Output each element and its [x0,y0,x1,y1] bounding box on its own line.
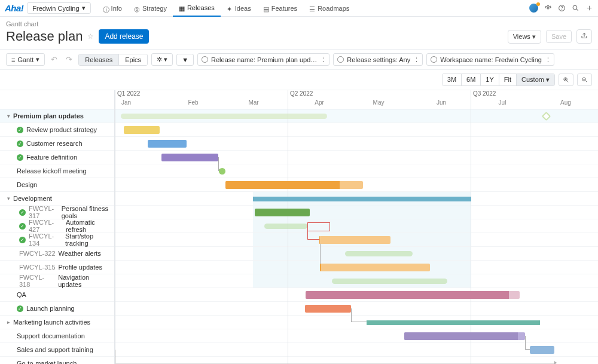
gantt-bar[interactable] [306,291,520,299]
task-item[interactable]: Sales and support training [0,343,114,357]
gantt-bar[interactable] [124,126,160,134]
gantt-group-bar[interactable] [367,320,540,325]
settings-dropdown[interactable]: ✲ ▾ [151,53,173,66]
avatar[interactable] [529,4,538,13]
task-item[interactable]: FWCYL-315Profile updates [0,261,114,274]
zoom-custom[interactable]: Custom ▾ [517,74,554,85]
check-icon: ✓ [19,209,26,216]
chevron-icon[interactable]: ▾ [7,195,10,201]
vdots-icon: ⋮ [413,56,419,63]
level-epics[interactable]: Epics [119,54,147,65]
level-releases[interactable]: Releases [79,54,119,65]
gantt-bar[interactable] [264,224,307,229]
gantt-bar[interactable] [345,251,413,256]
task-name: Customer research [26,140,83,147]
task-name: Premium plan updates [13,112,84,120]
share-button[interactable] [576,29,592,44]
gear-icon[interactable] [544,4,552,12]
gantt-bar[interactable] [332,279,447,284]
task-item[interactable]: FWCYL-322Weather alerts [0,247,114,261]
plus-icon[interactable] [585,4,593,12]
month-label: Apr [315,99,324,106]
gantt-bar[interactable] [404,332,525,340]
milestone-icon[interactable] [542,112,551,121]
gantt-dropdown[interactable]: ≡ Gantt ▾ [6,53,45,66]
help-icon[interactable] [558,4,566,12]
chart-row [115,357,598,364]
tab-info[interactable]: ⓘInfo [97,0,128,17]
calendar-icon: ▦ [179,5,185,11]
chevron-icon[interactable]: ▸ [7,319,10,325]
quarter-label: Q1 2022 [115,90,140,97]
zoom-out-button[interactable] [577,74,592,86]
gantt-bar[interactable] [161,154,218,161]
task-name: Development [13,195,52,202]
add-release-button[interactable]: Add release [99,29,149,44]
zoom-6m[interactable]: 6M [462,74,481,85]
gantt-chart[interactable]: Q1 2022Q2 2022Q3 2022JanFebMarAprMayJunJ… [115,90,598,364]
task-item[interactable]: ✓FWCYL-427Automatic refresh [0,219,114,233]
task-item[interactable]: ✓Review product strategy [0,123,114,137]
gantt-bar[interactable] [305,305,351,313]
views-button[interactable]: Views ▾ [508,30,541,44]
task-item[interactable]: Design [0,178,114,192]
task-name: Personal fitness goals [62,205,114,219]
gantt-bar[interactable] [255,209,310,216]
vdots-icon: ⋮ [545,56,550,63]
undo-button[interactable]: ↶ [48,55,60,64]
chart-row [115,123,598,137]
chevron-icon[interactable]: ▾ [7,113,10,119]
task-item[interactable]: ✓Launch planning [0,302,114,316]
zoom-3m[interactable]: 3M [443,74,462,85]
gantt-bar[interactable] [320,264,430,271]
task-item[interactable]: ✓Customer research [0,137,114,151]
task-key: FWCYL-134 [29,233,62,247]
filter-release-settings[interactable]: Release settings: Any⋮ [333,53,423,66]
tab-strategy[interactable]: ◎Strategy [128,0,173,17]
gantt-bar[interactable] [148,140,187,148]
gantt-bar[interactable] [319,236,390,244]
search-icon[interactable] [572,4,579,12]
chart-row [115,316,598,329]
task-item[interactable]: ✓FWCYL-134Start/stop tracking [0,233,114,247]
page-title: Release plan [6,29,83,44]
gantt-group-bar[interactable] [253,197,471,201]
gantt-bar[interactable] [225,181,363,189]
workspace-select[interactable]: Fredwin Cycling ▾ [27,2,90,14]
check-icon: ✓ [19,237,26,243]
task-item[interactable]: Support documentation [0,329,114,343]
tab-features[interactable]: ▤Features [257,0,303,17]
task-key: FWCYL-315 [19,264,56,271]
tab-ideas[interactable]: ✦Ideas [221,0,257,17]
filter-workspace[interactable]: Workspace name: Fredwin Cycling⋮ [426,53,554,66]
task-item[interactable]: QA [0,288,114,302]
zoom-in-button[interactable] [559,74,573,86]
milestone-icon[interactable] [219,168,225,175]
zoom-segment: 3M 6M 1Y Fit Custom ▾ [442,74,555,86]
star-icon[interactable]: ☆ [87,32,94,41]
redo-button[interactable]: ↷ [63,55,75,64]
gantt-bar[interactable] [121,114,327,119]
task-item[interactable]: ✓FWCYL-317Personal fitness goals [0,206,114,219]
gantt-bar[interactable] [530,346,554,354]
tab-releases[interactable]: ▦Releases [173,0,221,17]
task-item[interactable]: Go-to-market launch [0,357,114,364]
task-key: FWCYL-322 [19,250,56,257]
task-item[interactable]: Release kickoff meeting [0,164,114,178]
task-item[interactable]: ✓Feature definition [0,151,114,164]
task-item[interactable]: FWCYL-318Navigation updates [0,274,114,288]
filter-button[interactable]: ▼ [176,54,194,66]
list-icon: ☰ [309,5,315,11]
target-icon [431,56,437,63]
chart-row [115,192,598,206]
task-item[interactable]: ▸Marketing launch activities [0,316,114,329]
task-item[interactable]: ▾Premium plan updates [0,109,114,123]
nav-tabs: ⓘInfo ◎Strategy ▦Releases ✦Ideas ▤Featur… [97,0,356,17]
filter-release-name[interactable]: Release name: Premium plan upd…⋮ [197,53,329,66]
task-item[interactable]: ▾Development [0,192,114,206]
tab-roadmaps[interactable]: ☰Roadmaps [303,0,355,17]
save-button[interactable]: Save [546,30,572,43]
grid-icon: ▤ [263,5,269,11]
zoom-fit[interactable]: Fit [499,74,517,85]
zoom-1y[interactable]: 1Y [481,74,499,85]
